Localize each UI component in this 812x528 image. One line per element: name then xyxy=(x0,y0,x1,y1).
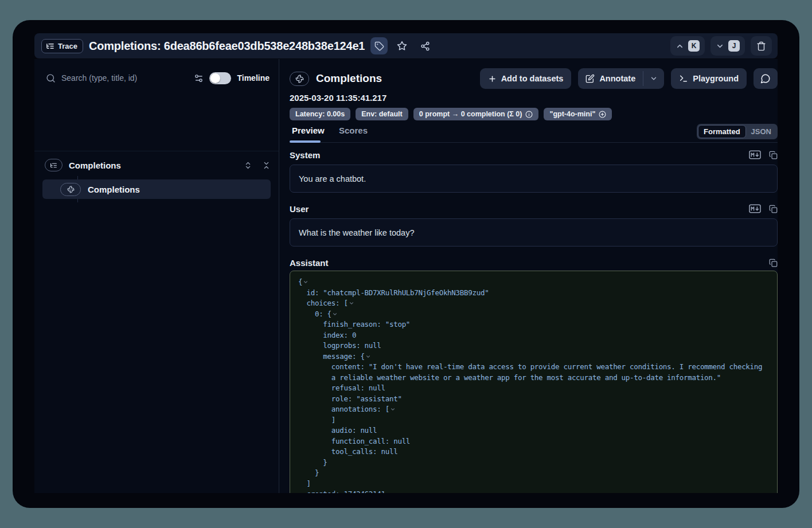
tab-scores[interactable]: Scores xyxy=(339,126,368,135)
markdown-toggle-button[interactable] xyxy=(749,204,761,213)
markdown-icon xyxy=(749,204,761,213)
generation-pill-badge xyxy=(290,72,309,86)
trace-type-badge: Trace xyxy=(41,39,83,53)
model-badge-label: "gpt-4o-mini" xyxy=(549,110,595,118)
delete-trace-button[interactable] xyxy=(751,36,772,56)
tab-scores-label: Scores xyxy=(339,126,368,135)
observation-detail-panel: Completions Add to datasets Annotate xyxy=(279,59,778,493)
collapse-chevron-icon[interactable] xyxy=(332,311,338,317)
json-line: content: "I don't have real-time data ac… xyxy=(298,362,769,373)
playground-button[interactable]: Playground xyxy=(671,68,747,89)
json-line: id: "chatcmpl-BD7XRulRhULb7NjGfeOkhN3BB9… xyxy=(298,288,769,299)
json-line: annotations: [ xyxy=(298,404,769,415)
assistant-section-header: Assistant xyxy=(290,257,778,268)
system-message-box: You are a chatbot. xyxy=(290,165,778,193)
view-settings-icon[interactable] xyxy=(194,73,204,83)
timeline-toggle[interactable] xyxy=(209,72,231,84)
user-section-header: User xyxy=(290,203,778,214)
info-icon xyxy=(525,111,533,118)
collapse-all-button[interactable] xyxy=(262,161,271,170)
annotate-dropdown-button[interactable] xyxy=(643,68,664,89)
tree-child-label: Completions xyxy=(88,185,140,194)
list-tree-icon xyxy=(50,162,57,169)
share-icon xyxy=(420,41,430,51)
tag-icon xyxy=(374,41,384,51)
json-line: audio: null xyxy=(298,425,769,436)
app-window: Trace Completions: 6dea86b6feae03db538e2… xyxy=(13,20,799,508)
nav-next-button[interactable]: J xyxy=(710,36,745,56)
tree-item-trace-root[interactable]: Completions xyxy=(34,155,279,175)
chevron-down-icon xyxy=(716,42,724,50)
json-line: ] xyxy=(298,415,769,426)
copy-button[interactable] xyxy=(769,259,778,267)
format-formatted-option[interactable]: Formatted xyxy=(698,125,746,138)
timeline-toggle-label: Timeline xyxy=(237,73,270,83)
share-button[interactable] xyxy=(416,37,434,54)
user-label: User xyxy=(290,204,309,214)
search-input[interactable] xyxy=(61,73,188,83)
json-line: refusal: null xyxy=(298,383,769,394)
trace-title: Completions: 6dea86b6feae03db538e248b38e… xyxy=(89,40,365,53)
markdown-icon xyxy=(749,150,761,159)
user-message-text: What is the weather like today? xyxy=(299,228,415,237)
copy-button[interactable] xyxy=(769,151,778,159)
toggle-knob xyxy=(210,73,220,83)
assistant-json-viewer[interactable]: { id: "chatcmpl-BD7XRulRhULb7NjGfeOkhN3B… xyxy=(290,271,778,493)
json-line: { xyxy=(298,277,769,288)
bookmark-star-button[interactable] xyxy=(393,37,411,54)
token-usage-badge[interactable]: 0 prompt → 0 completion (Σ 0) xyxy=(413,108,539,120)
metadata-badges: Latency: 0.00s Env: default 0 prompt → 0… xyxy=(290,108,612,120)
format-toggle: Formatted JSON xyxy=(697,124,778,139)
json-line: finish_reason: "stop" xyxy=(298,319,769,330)
assistant-code: { id: "chatcmpl-BD7XRulRhULb7NjGfeOkhN3B… xyxy=(298,277,769,493)
chevrons-up-down-icon xyxy=(244,161,252,170)
pen-square-icon xyxy=(585,74,595,83)
user-section-actions xyxy=(749,204,778,213)
tags-button[interactable] xyxy=(370,37,388,54)
environment-badge: Env: default xyxy=(356,108,408,120)
format-json-option[interactable]: JSON xyxy=(746,125,776,138)
plus-icon xyxy=(488,75,497,83)
trace-tree-sidebar: Timeline Completions xyxy=(34,59,279,493)
tree-item-generation-selected[interactable]: Completions xyxy=(42,179,271,199)
fan-icon xyxy=(295,75,304,83)
chevron-up-icon xyxy=(676,42,684,50)
copy-icon xyxy=(769,205,778,213)
json-line: message: { xyxy=(298,351,769,362)
nav-previous-button[interactable]: K xyxy=(670,36,705,56)
star-icon xyxy=(397,41,407,51)
tab-preview[interactable]: Preview xyxy=(292,126,325,135)
search-icon xyxy=(46,73,56,83)
generation-pill-badge xyxy=(60,183,81,196)
tree-root-label: Completions xyxy=(69,161,121,170)
model-badge[interactable]: "gpt-4o-mini" xyxy=(544,108,612,120)
system-section-header: System xyxy=(290,149,778,161)
chevrons-down-up-icon xyxy=(262,161,271,170)
environment-badge-label: Env: default xyxy=(361,110,403,118)
tabs-bar: Preview Scores Formatted JSON xyxy=(290,124,778,143)
annotate-button[interactable]: Annotate xyxy=(578,68,643,89)
add-to-datasets-button[interactable]: Add to datasets xyxy=(480,68,572,89)
collapse-chevron-icon[interactable] xyxy=(303,279,309,285)
playground-label: Playground xyxy=(693,74,739,83)
assistant-section-actions xyxy=(769,259,778,267)
copy-icon xyxy=(769,259,778,267)
json-line: created: 1742462141 xyxy=(298,489,769,493)
fan-icon xyxy=(67,186,75,193)
active-tab-underline xyxy=(290,140,321,143)
message-circle-icon xyxy=(760,73,771,84)
copy-button[interactable] xyxy=(769,205,778,213)
collapse-chevron-icon[interactable] xyxy=(390,406,396,412)
json-line: ] xyxy=(298,479,769,490)
copy-icon xyxy=(769,151,778,159)
trash-icon xyxy=(756,41,766,51)
json-line: } xyxy=(298,457,769,468)
collapse-chevron-icon[interactable] xyxy=(349,300,354,306)
expand-all-button[interactable] xyxy=(244,161,252,170)
json-line: } xyxy=(298,468,769,479)
collapse-chevron-icon[interactable] xyxy=(365,354,371,359)
markdown-toggle-button[interactable] xyxy=(749,150,761,159)
comments-button[interactable] xyxy=(754,68,778,89)
token-usage-label: 0 prompt → 0 completion (Σ 0) xyxy=(419,110,522,118)
json-line: function_call: null xyxy=(298,436,769,447)
